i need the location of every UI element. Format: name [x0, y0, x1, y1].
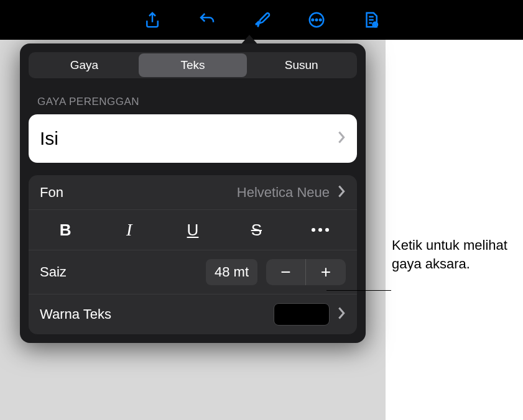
- more-icon[interactable]: [305, 9, 328, 31]
- tab-style[interactable]: Gaya: [30, 53, 139, 77]
- callout-line: [326, 290, 391, 291]
- tab-label: Teks: [180, 58, 205, 71]
- top-toolbar: [0, 0, 523, 40]
- ellipsis-icon: [312, 228, 329, 232]
- callout-text: Ketik untuk melihat gaya aksara.: [392, 236, 516, 273]
- size-value[interactable]: 48 mt: [206, 259, 257, 285]
- font-value: Helvetica Neue: [237, 185, 330, 201]
- svg-point-3: [320, 19, 322, 21]
- tab-label: Gaya: [70, 58, 98, 71]
- strikethrough-button[interactable]: S: [229, 216, 284, 244]
- style-buttons-row: B I U S: [29, 210, 357, 250]
- text-color-label: Warna Teks: [40, 306, 111, 322]
- size-row: Saiz 48 mt − +: [29, 250, 357, 294]
- chevron-right-icon: [337, 185, 346, 201]
- font-row[interactable]: Fon Helvetica Neue: [29, 175, 357, 210]
- text-settings-group: Fon Helvetica Neue B I U S Saiz 48 mt −: [29, 175, 357, 334]
- svg-point-5: [374, 24, 376, 25]
- undo-icon[interactable]: [196, 9, 218, 31]
- tab-control: Gaya Teks Susun: [29, 52, 357, 78]
- svg-point-1: [312, 19, 313, 21]
- format-popover: Gaya Teks Susun GAYA PERENGGAN Isi Fon H…: [20, 43, 366, 343]
- size-increase-button[interactable]: +: [306, 259, 346, 285]
- text-color-swatch[interactable]: [274, 303, 330, 326]
- bold-button[interactable]: B: [38, 216, 93, 244]
- underline-button[interactable]: U: [165, 216, 220, 244]
- paragraph-style-selector[interactable]: Isi: [29, 114, 357, 163]
- chevron-right-icon: [337, 306, 346, 322]
- tab-text[interactable]: Teks: [139, 53, 248, 77]
- size-stepper: − +: [266, 259, 346, 285]
- document-mode-icon[interactable]: [360, 9, 382, 31]
- paragraph-style-header: GAYA PERENGGAN: [29, 92, 357, 114]
- text-color-row[interactable]: Warna Teks: [29, 294, 357, 334]
- tab-arrange[interactable]: Susun: [247, 53, 356, 77]
- font-label: Fon: [40, 185, 63, 201]
- chevron-right-icon: [337, 130, 346, 147]
- share-icon[interactable]: [141, 9, 164, 31]
- size-label: Saiz: [40, 264, 67, 280]
- size-decrease-button[interactable]: −: [266, 259, 306, 285]
- tab-label: Susun: [285, 58, 318, 71]
- format-brush-icon[interactable]: [251, 9, 273, 31]
- svg-point-2: [315, 19, 317, 21]
- more-text-options-button[interactable]: [293, 216, 348, 244]
- italic-button[interactable]: I: [102, 216, 157, 244]
- paragraph-style-label: Isi: [40, 128, 58, 149]
